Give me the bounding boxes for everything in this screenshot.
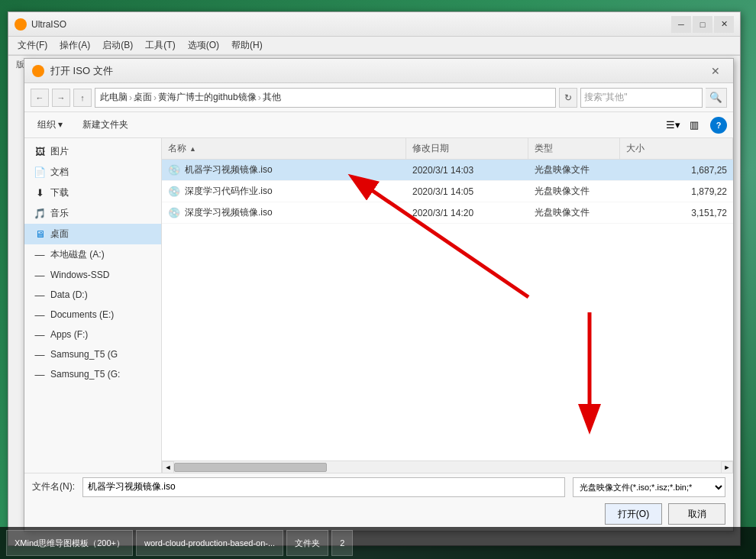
filename-input[interactable]: 机器学习视频镜像.iso — [82, 477, 565, 497]
col-date[interactable]: 修改日期 — [406, 138, 528, 159]
open-iso-dialog: 打开 ISO 文件 ✕ ← → ↑ 此电脑 › 桌面 › 黄海广博士的githu… — [24, 58, 734, 532]
taskbar-label-4: 2 — [340, 538, 344, 548]
file-list-header: 名称 ▲ 修改日期 类型 大小 — [162, 138, 733, 160]
menu-boot[interactable]: 启动(B) — [96, 37, 139, 53]
sidebar-item-desktop[interactable]: 🖥 桌面 — [24, 224, 161, 244]
sidebar-item-drive-f[interactable]: — Apps (F:) — [24, 325, 161, 344]
col-type-label: 类型 — [535, 142, 553, 155]
view-list-button[interactable]: ☰▾ — [663, 115, 683, 135]
file-size-3: 3,151,72 — [620, 202, 733, 223]
sidebar-item-drive-d[interactable]: — Data (D:) — [24, 285, 161, 305]
sidebar-label-samsung-2: Samsung_T5 (G: — [50, 369, 120, 380]
taskbar-item-3[interactable]: 文件夹 — [286, 530, 328, 556]
content-area: 🖼 图片 📄 文档 ⬇ 下载 🎵 音乐 🖥 桌面 — [24, 138, 733, 473]
sidebar-item-drive-windows[interactable]: — Windows-SSD — [24, 265, 161, 285]
iso-icon-2: 💿 — [168, 186, 180, 198]
sidebar-item-downloads[interactable]: ⬇ 下载 — [24, 183, 161, 203]
menu-bar: 文件(F) 操作(A) 启动(B) 工具(T) 选项(O) 帮助(H) — [8, 37, 740, 55]
horizontal-scrollbar[interactable]: ◄ ► — [162, 460, 733, 473]
file-size-1: 1,687,25 — [620, 160, 733, 180]
iso-icon-3: 💿 — [168, 207, 180, 219]
sidebar-item-samsung-1[interactable]: — Samsung_T5 (G — [24, 344, 161, 364]
taskbar-label-3: 文件夹 — [295, 538, 320, 549]
sidebar-item-drive-a[interactable]: — 本地磁盘 (A:) — [24, 244, 161, 265]
taskbar-item-2[interactable]: word-cloud-production-based-on-... — [136, 530, 283, 556]
menu-help[interactable]: 帮助(H) — [225, 37, 269, 53]
menu-tools[interactable]: 工具(T) — [139, 37, 181, 53]
sidebar-label-samsung-1: Samsung_T5 (G — [50, 349, 118, 360]
sidebar-label-drive-d: Data (D:) — [50, 289, 88, 300]
col-type[interactable]: 类型 — [528, 138, 620, 159]
search-button[interactable]: 🔍 — [706, 88, 727, 108]
open-button[interactable]: 打开(O) — [605, 503, 662, 525]
taskbar: XMind思维导图模板（200+） word-cloud-production-… — [0, 527, 756, 559]
back-button[interactable]: ← — [31, 89, 49, 107]
refresh-button[interactable]: ↻ — [559, 88, 577, 108]
file-date-3: 2020/3/1 14:20 — [406, 202, 528, 223]
cancel-button[interactable]: 取消 — [668, 503, 725, 525]
sidebar-item-drive-e[interactable]: — Documents (E:) — [24, 305, 161, 325]
sidebar-label-music: 音乐 — [50, 207, 69, 220]
file-name-text-3: 深度学习视频镜像.iso — [185, 206, 273, 219]
close-button[interactable]: ✕ — [714, 16, 734, 33]
sidebar-item-samsung-2[interactable]: — Samsung_T5 (G: — [24, 364, 161, 384]
menu-file[interactable]: 文件(F) — [11, 37, 53, 53]
sidebar-label-drive-windows: Windows-SSD — [50, 270, 109, 280]
scroll-left-button[interactable]: ◄ — [162, 461, 174, 473]
sidebar-item-pictures[interactable]: 🖼 图片 — [24, 141, 161, 162]
sidebar-label-drive-a: 本地磁盘 (A:) — [50, 248, 105, 261]
scroll-right-button[interactable]: ► — [721, 461, 733, 473]
file-type-3: 光盘映像文件 — [528, 202, 620, 223]
scroll-thumb[interactable] — [174, 463, 327, 472]
col-size[interactable]: 大小 — [620, 138, 733, 159]
address-path[interactable]: 此电脑 › 桌面 › 黄海广博士的github镜像 › 其他 — [95, 88, 556, 108]
dialog-close-button[interactable]: ✕ — [706, 63, 725, 79]
bottom-filename-bar: 文件名(N): 机器学习视频镜像.iso 光盘映像文件(*.iso;*.isz;… — [24, 473, 733, 500]
sidebar: 🖼 图片 📄 文档 ⬇ 下载 🎵 音乐 🖥 桌面 — [24, 138, 162, 473]
file-date-2: 2020/3/1 14:05 — [406, 181, 528, 202]
forward-button[interactable]: → — [52, 89, 70, 107]
help-button[interactable]: ? — [710, 117, 727, 134]
file-type-1: 光盘映像文件 — [528, 160, 620, 180]
menu-action[interactable]: 操作(A) — [53, 37, 96, 53]
sidebar-label-documents: 文档 — [50, 166, 69, 179]
col-name-sort: ▲ — [189, 145, 196, 153]
sidebar-item-documents[interactable]: 📄 文档 — [24, 162, 161, 183]
organize-button[interactable]: 组织 ▾ — [31, 115, 69, 135]
path-part-3: 黄海广博士的github镜像 — [158, 91, 257, 104]
dialog-title-text: 打开 ISO 文件 — [50, 64, 706, 78]
drive-a-icon: — — [34, 249, 46, 261]
sidebar-label-pictures: 图片 — [50, 145, 69, 158]
app-icon — [15, 18, 27, 31]
file-name-text-2: 深度学习代码作业.iso — [185, 185, 273, 198]
taskbar-item-4[interactable]: 2 — [331, 530, 353, 556]
file-date-1: 2020/3/1 14:03 — [406, 160, 528, 180]
taskbar-label-2: word-cloud-production-based-on-... — [144, 538, 275, 548]
drive-windows-icon: — — [34, 269, 46, 281]
up-button[interactable]: ↑ — [73, 89, 92, 107]
app-title: UltraISO — [31, 19, 671, 30]
path-sep-2: › — [153, 92, 157, 103]
ultraiso-window: UltraISO ─ □ ✕ 文件(F) 操作(A) 启动(B) 工具(T) 选… — [8, 11, 741, 546]
new-folder-button[interactable]: 新建文件夹 — [76, 115, 135, 135]
path-part-1: 此电脑 — [100, 91, 128, 104]
toolbar: 组织 ▾ 新建文件夹 ☰▾ ▥ ? — [24, 112, 733, 138]
file-name-3: 💿 深度学习视频镜像.iso — [162, 202, 406, 223]
sidebar-label-downloads: 下载 — [50, 186, 69, 199]
menu-options[interactable]: 选项(O) — [182, 37, 225, 53]
drive-f-icon: — — [34, 328, 46, 341]
sidebar-item-music[interactable]: 🎵 音乐 — [24, 203, 161, 224]
search-box: 搜索"其他" — [580, 88, 703, 108]
col-name[interactable]: 名称 ▲ — [162, 138, 406, 159]
file-name-1: 💿 机器学习视频镜像.iso — [162, 160, 406, 180]
table-row[interactable]: 💿 深度学习视频镜像.iso 2020/3/1 14:20 光盘映像文件 3,1… — [162, 202, 733, 224]
path-part-current: 其他 — [263, 91, 281, 104]
view-panel-button[interactable]: ▥ — [684, 115, 704, 135]
scroll-track[interactable] — [174, 461, 721, 473]
taskbar-item-1[interactable]: XMind思维导图模板（200+） — [6, 530, 133, 556]
table-row[interactable]: 💿 深度学习代码作业.iso 2020/3/1 14:05 光盘映像文件 1,8… — [162, 181, 733, 202]
maximize-button[interactable]: □ — [693, 16, 712, 33]
filetype-select[interactable]: 光盘映像文件(*.iso;*.isz;*.bin;* — [573, 477, 725, 497]
minimize-button[interactable]: ─ — [671, 16, 691, 33]
table-row[interactable]: 💿 机器学习视频镜像.iso 2020/3/1 14:03 光盘映像文件 1,6… — [162, 160, 733, 181]
